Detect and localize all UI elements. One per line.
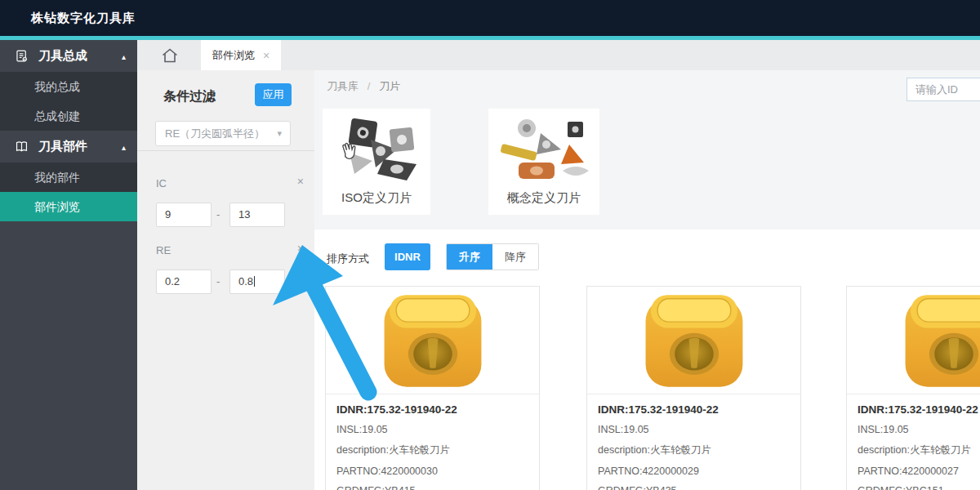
book-icon <box>14 139 29 154</box>
collapse-up-icon: ▴ <box>122 51 126 60</box>
sidebar-section-tool-assembly[interactable]: 刀具总成 ▴ <box>0 40 137 72</box>
remove-ic-filter-icon[interactable]: × <box>297 175 304 188</box>
range-dash: - <box>216 275 220 287</box>
sort-ascending-button[interactable]: 升序 <box>447 244 492 270</box>
product-insl: INSL:19.05 <box>336 424 528 435</box>
sidebar-section-label: 刀具部件 <box>38 139 87 154</box>
ic-max-input[interactable]: 13 <box>229 203 285 227</box>
main-content: 刀具库 / 刀片 ISO定义刀片 概念定义刀片 排序方式 IDNR 升序 降序 <box>314 70 980 490</box>
sidebar-item-create-assembly[interactable]: 总成创建 <box>0 101 137 131</box>
filter-panel: 条件过滤 应用 RE（刀尖圆弧半径） ▾ IC × 9 - 13 RE × 0.… <box>137 70 314 490</box>
product-partno: PARTNO:4220000027 <box>858 466 980 477</box>
tab-bar: 部件浏览 × <box>137 40 980 70</box>
product-partno: PARTNO:4220000029 <box>598 466 790 477</box>
filter-attribute-value: RE（刀尖圆弧半径） <box>165 127 265 140</box>
iso-inserts-image <box>328 115 425 185</box>
product-info: IDNR:175.32-191940-22 INSL:19.05 descrip… <box>326 394 539 490</box>
category-card-iso-insert[interactable]: ISO定义刀片 <box>323 109 430 215</box>
product-idnr: IDNR:175.32-191940-22 <box>598 403 790 416</box>
product-info: IDNR:175.32-191940-22 INSL:19.05 descrip… <box>587 394 800 490</box>
sort-label: 排序方式 <box>327 252 369 266</box>
insert-image-container <box>847 287 980 394</box>
search-input[interactable] <box>906 78 980 101</box>
product-description: description:火车轮毂刀片 <box>598 443 790 457</box>
sidebar-item-my-assembly[interactable]: 我的总成 <box>0 72 137 101</box>
sidebar-submenu-assembly: 我的总成 总成创建 <box>0 72 137 131</box>
product-idnr: IDNR:175.32-191940-22 <box>336 403 528 416</box>
tab-component-browse[interactable]: 部件浏览 × <box>201 40 281 70</box>
filter-group-label-re: RE <box>156 244 171 256</box>
breadcrumb-insert: 刀片 <box>379 80 400 92</box>
sidebar: 刀具总成 ▴ 我的总成 总成创建 刀具部件 ▴ 我的部件 部件浏览 <box>0 40 137 490</box>
clipboard-icon <box>14 48 29 64</box>
product-insl: INSL:19.05 <box>858 424 980 435</box>
re-max-input[interactable]: 0.8 <box>229 270 285 294</box>
product-grdmfg: GRDMFG:YB435 <box>598 485 790 490</box>
app-title: 株钻数字化刀具库 <box>31 0 136 36</box>
product-description: description:火车轮毂刀片 <box>336 443 528 457</box>
home-icon[interactable] <box>160 46 180 65</box>
product-idnr: IDNR:175.32-191940-22 <box>858 403 980 416</box>
app-window: { "app": { "title": "株钻数字化刀具库" }, "icons… <box>0 0 980 490</box>
insert-image-container <box>587 287 800 394</box>
sort-descending-button[interactable]: 降序 <box>492 244 538 270</box>
chevron-down-icon: ▾ <box>277 122 282 145</box>
sidebar-item-my-components[interactable]: 我的部件 <box>0 163 137 192</box>
re-min-input[interactable]: 0.2 <box>156 270 212 294</box>
product-card[interactable]: IDNR:175.32-191940-22 INSL:19.05 descrip… <box>325 286 540 490</box>
product-card[interactable]: IDNR:175.32-191940-22 INSL:19.05 descrip… <box>586 286 801 490</box>
yellow-insert-image <box>630 288 759 393</box>
sort-order-toggle: 升序 降序 <box>446 243 539 270</box>
sort-field-idnr-button[interactable]: IDNR <box>385 243 430 270</box>
breadcrumb-tool-library[interactable]: 刀具库 <box>327 80 359 92</box>
sidebar-section-tool-components[interactable]: 刀具部件 ▴ <box>0 131 137 163</box>
sidebar-submenu-components: 我的部件 部件浏览 <box>0 163 137 221</box>
accent-strip <box>0 36 980 40</box>
filter-divider <box>137 150 314 151</box>
concept-inserts-image <box>496 115 592 185</box>
category-label: ISO定义刀片 <box>323 190 430 206</box>
product-partno: PARTNO:4220000030 <box>336 466 528 477</box>
product-grdmfg: GRDMFG:YB415 <box>336 485 528 490</box>
category-label: 概念定义刀片 <box>488 190 599 206</box>
yellow-insert-image <box>889 288 980 393</box>
sidebar-item-component-browse[interactable]: 部件浏览 <box>0 192 137 221</box>
insert-image-container <box>326 287 539 394</box>
breadcrumb: 刀具库 / 刀片 <box>327 79 400 94</box>
ic-min-input[interactable]: 9 <box>156 203 212 227</box>
product-card[interactable]: IDNR:175.32-191940-22 INSL:19.05 descrip… <box>846 286 980 490</box>
text-caret <box>254 276 255 287</box>
filter-title: 条件过滤 <box>163 88 216 105</box>
sidebar-section-label: 刀具总成 <box>38 48 87 64</box>
remove-re-filter-icon[interactable]: × <box>297 242 304 255</box>
filter-group-label-ic: IC <box>156 177 167 189</box>
breadcrumb-separator: / <box>368 80 371 92</box>
tab-label: 部件浏览 <box>212 48 255 63</box>
range-dash: - <box>216 208 220 220</box>
close-icon[interactable]: × <box>263 49 270 62</box>
product-insl: INSL:19.05 <box>598 424 790 435</box>
product-grdmfg: GRDMFG:YBC151 <box>858 485 980 490</box>
yellow-insert-image <box>368 288 497 393</box>
top-bar: 株钻数字化刀具库 <box>0 0 980 36</box>
collapse-up-icon: ▴ <box>122 142 126 151</box>
filter-attribute-select[interactable]: RE（刀尖圆弧半径） ▾ <box>155 121 291 146</box>
category-card-concept-insert[interactable]: 概念定义刀片 <box>488 109 599 215</box>
product-info: IDNR:175.32-191940-22 INSL:19.05 descrip… <box>847 394 980 490</box>
apply-filter-button[interactable]: 应用 <box>255 83 292 106</box>
product-description: description:火车轮毂刀片 <box>858 443 980 457</box>
